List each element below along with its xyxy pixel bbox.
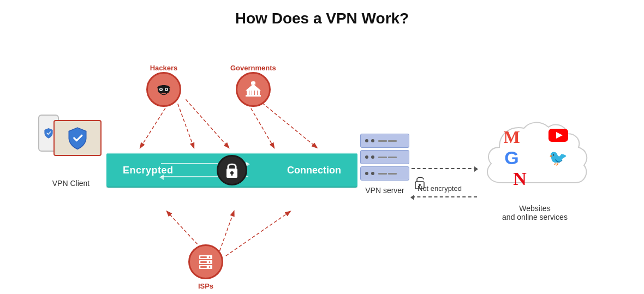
hackers-threat: Hackers bbox=[146, 61, 181, 107]
vpn-client: VPN Client bbox=[38, 109, 104, 188]
governments-threat: Governments bbox=[230, 61, 276, 107]
svg-point-34 bbox=[209, 256, 211, 258]
svg-point-21 bbox=[166, 89, 168, 91]
government-building-icon bbox=[243, 80, 263, 99]
hackers-label: Hackers bbox=[150, 64, 178, 72]
server-lines bbox=[378, 173, 397, 175]
isps-icon bbox=[188, 244, 223, 279]
tunnel-encrypted-label: Encrypted bbox=[123, 165, 174, 176]
isps-label: ISPs bbox=[198, 282, 213, 290]
isps-threat: ISPs bbox=[188, 244, 223, 290]
vpn-server-label: VPN server bbox=[365, 186, 404, 195]
svg-rect-38 bbox=[200, 261, 207, 263]
vpn-client-devices bbox=[38, 109, 104, 175]
server-unit-2 bbox=[360, 150, 409, 164]
svg-line-2 bbox=[186, 99, 228, 147]
server-line bbox=[378, 140, 387, 142]
tunnel: Encrypted Connection bbox=[106, 153, 357, 188]
isp-server-icon bbox=[196, 252, 216, 272]
server-dot bbox=[365, 155, 368, 159]
server-dot bbox=[365, 139, 368, 142]
server-line bbox=[378, 157, 387, 158]
svg-rect-39 bbox=[200, 266, 207, 268]
server-line bbox=[388, 173, 397, 175]
svg-point-30 bbox=[251, 81, 255, 83]
tunnel-top-line bbox=[106, 153, 357, 154]
cloud-shape: M G 🐦 N bbox=[480, 117, 589, 202]
server-line bbox=[388, 140, 397, 142]
svg-marker-28 bbox=[246, 84, 261, 91]
tunnel-connection-label: Connection bbox=[287, 165, 341, 176]
gmail-icon: M bbox=[503, 127, 520, 147]
svg-line-3 bbox=[248, 104, 274, 147]
hacker-face-icon bbox=[154, 80, 174, 99]
server-dot2 bbox=[371, 139, 374, 142]
web-to-server-arrow bbox=[412, 196, 477, 197]
server-dot2 bbox=[371, 155, 374, 159]
server-unit-3 bbox=[360, 166, 409, 181]
server-lines bbox=[378, 157, 397, 158]
svg-point-20 bbox=[160, 89, 162, 91]
hackers-icon bbox=[146, 72, 181, 107]
server-lines bbox=[378, 140, 397, 142]
svg-rect-27 bbox=[246, 95, 261, 97]
page: How Does a VPN Work? bbox=[0, 0, 644, 294]
svg-line-1 bbox=[178, 104, 194, 147]
laptop-device bbox=[53, 120, 102, 156]
page-title: How Does a VPN Work? bbox=[235, 10, 409, 27]
websites-label: Websites and online services bbox=[502, 204, 568, 221]
svg-line-7 bbox=[226, 212, 290, 256]
server-to-web-arrow bbox=[412, 168, 477, 169]
google-icon: G bbox=[504, 147, 518, 169]
server-line bbox=[388, 157, 397, 158]
svg-point-36 bbox=[209, 266, 211, 268]
governments-label: Governments bbox=[230, 64, 276, 72]
websites-cloud: M G 🐦 N Websites and online services bbox=[480, 117, 589, 215]
youtube-icon bbox=[548, 128, 568, 147]
server-dot2 bbox=[371, 172, 374, 175]
svg-line-0 bbox=[140, 104, 168, 147]
cloud-icons: M G 🐦 N bbox=[488, 127, 581, 187]
svg-rect-10 bbox=[231, 173, 232, 176]
server-stack bbox=[360, 134, 409, 181]
governments-icon bbox=[236, 72, 271, 107]
twitter-icon: 🐦 bbox=[548, 149, 568, 167]
tunnel-bottom-line bbox=[106, 187, 357, 188]
vpn-server: VPN server bbox=[360, 134, 409, 195]
phone-shield-icon bbox=[44, 128, 53, 139]
server-unit-1 bbox=[360, 134, 409, 148]
svg-rect-37 bbox=[200, 256, 207, 258]
vpn-client-label: VPN Client bbox=[52, 179, 90, 188]
server-dot bbox=[365, 172, 368, 175]
server-line bbox=[378, 173, 387, 175]
not-encrypted-label: Not encrypted bbox=[418, 184, 462, 193]
netflix-icon: N bbox=[513, 169, 527, 189]
laptop-shield-icon bbox=[65, 126, 90, 150]
lock-svg bbox=[224, 161, 240, 179]
svg-point-35 bbox=[209, 261, 211, 263]
diagram-area: VPN Client Encrypted Connection bbox=[22, 33, 622, 284]
lock-icon bbox=[217, 155, 247, 185]
